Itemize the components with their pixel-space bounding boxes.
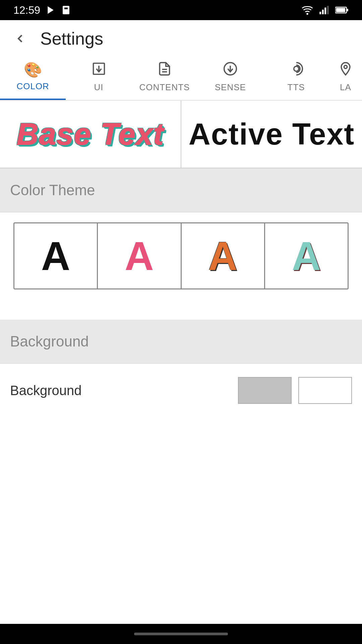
tab-tts-label: TTS [288, 82, 305, 93]
tab-sense-label: SENSE [215, 82, 246, 93]
background-label: Background [10, 383, 81, 398]
preview-active[interactable]: Active Text [181, 101, 362, 168]
status-right [302, 5, 349, 15]
background-section-header: Background [0, 320, 362, 364]
tab-contents[interactable]: CONTENTS [132, 57, 197, 100]
svg-rect-1 [63, 6, 69, 14]
theme-a-pink-letter: A [125, 233, 154, 279]
play-icon [46, 5, 56, 15]
tab-color[interactable]: 🎨 COLOR [0, 57, 66, 100]
preview-base[interactable]: Base Text [0, 101, 181, 168]
back-button[interactable] [10, 29, 30, 49]
battery-icon [335, 6, 349, 14]
la-icon [338, 61, 353, 79]
svg-rect-7 [327, 6, 329, 14]
background-label-row: Background [0, 364, 362, 411]
tab-sense[interactable]: SENSE [197, 57, 263, 100]
theme-a-black-letter: A [41, 233, 70, 279]
tab-contents-label: CONTENTS [139, 82, 190, 93]
tab-tts[interactable]: TTS [263, 57, 329, 100]
page-title: Settings [40, 29, 103, 49]
svg-rect-9 [336, 8, 346, 12]
color-theme-title: Color Theme [10, 182, 95, 198]
bottom-bar [0, 624, 362, 644]
tab-color-label: COLOR [16, 81, 49, 92]
svg-rect-10 [347, 9, 348, 11]
svg-rect-4 [319, 12, 321, 14]
theme-a-orange-letter: A [208, 233, 237, 279]
tts-icon [289, 61, 304, 79]
status-left: 12:59 [13, 4, 71, 16]
svg-rect-2 [64, 8, 68, 9]
tab-ui[interactable]: UI [66, 57, 131, 100]
theme-a-teal-letter: A [292, 233, 321, 279]
theme-option-pink[interactable]: A [98, 222, 181, 289]
tab-la[interactable]: LA [329, 57, 362, 100]
tab-bar: 🎨 COLOR UI CONTENTS [0, 57, 362, 101]
background-title: Background [10, 333, 89, 350]
wifi-icon [302, 5, 313, 15]
contents-icon [157, 61, 172, 79]
svg-rect-6 [324, 8, 326, 14]
swatch-gray[interactable] [238, 377, 292, 404]
theme-options-row: A A A A [0, 212, 362, 300]
svg-rect-5 [322, 10, 324, 14]
svg-point-17 [294, 66, 299, 71]
status-time: 12:59 [13, 4, 40, 16]
color-theme-header: Color Theme [0, 168, 362, 212]
home-indicator [134, 633, 228, 635]
active-text: Active Text [189, 117, 355, 152]
theme-option-teal[interactable]: A [265, 222, 349, 289]
theme-option-orange[interactable]: A [182, 222, 265, 289]
preview-area: Base Text Active Text [0, 101, 362, 168]
tab-ui-label: UI [94, 82, 104, 93]
top-bar: Settings [0, 20, 362, 57]
sense-icon [223, 61, 238, 79]
tab-la-label: LA [340, 82, 351, 93]
sim-icon [61, 5, 71, 15]
swatch-white[interactable] [298, 377, 352, 404]
signal-icon [319, 5, 329, 15]
status-bar: 12:59 [0, 0, 362, 20]
svg-point-3 [306, 13, 308, 15]
ui-icon [92, 61, 106, 79]
palette-icon: 🎨 [24, 61, 42, 78]
base-text: Base Text [17, 117, 164, 152]
svg-marker-0 [48, 6, 54, 14]
background-swatches [238, 377, 352, 404]
svg-point-18 [344, 65, 347, 68]
theme-option-black[interactable]: A [13, 222, 98, 289]
